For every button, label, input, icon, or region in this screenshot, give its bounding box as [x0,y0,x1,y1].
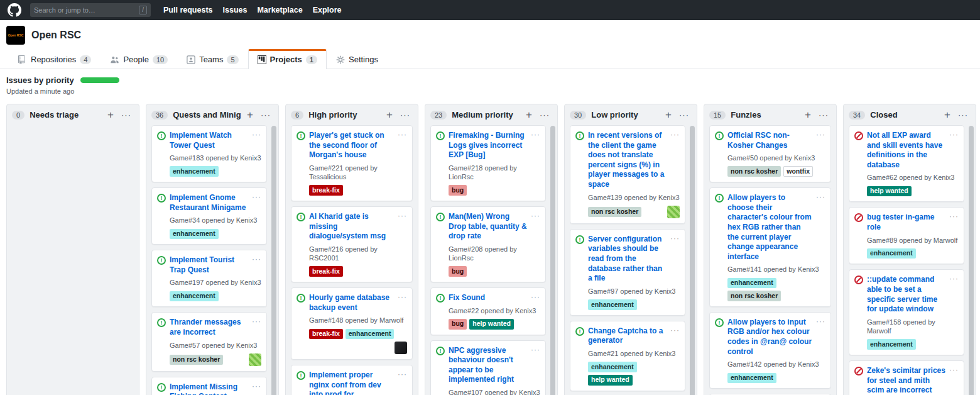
card-menu-button[interactable]: ··· [252,193,261,201]
issue-card[interactable]: Server configuration variables should be… [570,229,685,316]
project-title[interactable]: Issues by priority [6,75,74,85]
card-menu-button[interactable]: ··· [398,370,407,378]
issue-title[interactable]: NPC aggressive behaviour doesn't appear … [449,346,527,385]
card-menu-button[interactable]: ··· [816,131,825,138]
issue-card[interactable]: ::update command able to be set a specif… [849,269,964,355]
add-card-button[interactable]: + [385,109,394,120]
card-menu-button[interactable]: ··· [252,255,261,263]
issue-title[interactable]: Player's get stuck on the second floor o… [309,131,394,160]
issue-title[interactable]: Not all EXP award and skill events have … [867,131,945,170]
column-scrollbar[interactable] [271,126,276,395]
add-card-button[interactable]: + [106,109,115,120]
tab-repositories[interactable]: Repositories 4 [9,49,101,69]
issue-card[interactable]: Al Kharid gate is missing dialogue/syste… [291,206,413,282]
issue-card[interactable]: Player's get stuck on the second floor o… [291,125,413,201]
issue-card[interactable]: Zeke's scimitar prices for steel and mit… [849,360,964,395]
issue-card[interactable]: Implement Tourist Trap Quest ··· Game#19… [151,250,267,307]
issue-card[interactable]: Allow players to input RGB and/or hex co… [709,312,831,389]
column-menu-button[interactable]: ··· [678,111,690,119]
add-card-button[interactable]: + [525,109,533,120]
assignee-avatar[interactable] [395,342,407,354]
issue-title[interactable]: Hourly game database backup event [309,293,394,313]
issue-card[interactable]: Firemaking - Burning Logs gives incorrec… [430,125,546,201]
issue-card[interactable]: Implement Missing Fishing Contest Behavi… [151,377,267,395]
column-menu-button[interactable]: ··· [957,111,969,119]
card-menu-button[interactable]: ··· [398,293,407,301]
tab-teams[interactable]: Teams 5 [177,49,248,69]
column-menu-button[interactable]: ··· [399,111,411,119]
card-menu-button[interactable]: ··· [398,212,407,220]
add-card-button[interactable]: + [803,109,812,120]
issue-title[interactable]: Server configuration variables should be… [588,235,667,284]
card-menu-button[interactable]: ··· [949,275,959,282]
issue-card[interactable]: Implement Gnome Restaurant Minigame ··· … [151,187,267,245]
issue-title[interactable]: Implement Tourist Trap Quest [170,255,248,275]
add-card-button[interactable]: + [246,109,254,120]
issue-title[interactable]: Allow players to choose their character'… [727,193,812,262]
card-menu-button[interactable]: ··· [816,193,825,201]
issue-title[interactable]: Allow players to input RGB and/or hex co… [727,318,812,357]
card-menu-button[interactable]: ··· [531,293,540,301]
issue-title[interactable]: Change Captcha to a generator [588,326,667,346]
issue-card[interactable]: bug tester in-game role ··· Game#89 open… [849,207,964,264]
tab-settings[interactable]: Settings [327,49,388,69]
issue-title[interactable]: Man(Men) Wrong Drop table, quantity & dr… [449,212,527,242]
issue-card[interactable]: Implement Watch Tower Quest ··· Game#183… [151,125,267,182]
issue-card[interactable]: Not all EXP award and skill events have … [849,125,964,202]
tab-projects[interactable]: Projects 1 [248,49,327,69]
issue-card[interactable]: Official RSC non-Kosher Changes ··· Game… [709,125,831,182]
issue-card[interactable]: Allow players to choose their character'… [709,187,831,307]
card-menu-button[interactable]: ··· [949,213,959,220]
card-menu-button[interactable]: ··· [531,131,540,138]
issue-card[interactable]: NPC aggressive behaviour doesn't appear … [430,340,546,395]
github-logo[interactable] [8,3,21,17]
card-menu-button[interactable]: ··· [816,318,825,325]
issue-title[interactable]: Firemaking - Burning Logs gives incorrec… [449,131,527,160]
assignee-avatar[interactable] [249,353,261,366]
issue-title[interactable]: Al Kharid gate is missing dialogue/syste… [309,212,394,242]
issue-title[interactable]: bug tester in-game role [867,213,945,232]
issue-title[interactable]: Implement Watch Tower Quest [170,131,248,150]
nav-explore[interactable]: Explore [313,6,342,14]
nav-marketplace[interactable]: Marketplace [257,6,302,14]
column-scrollbar[interactable] [550,126,555,395]
issue-title[interactable]: Fix Sound [449,293,527,303]
card-menu-button[interactable]: ··· [531,212,540,220]
issue-card[interactable]: Fix Sound ··· Game#22 opened by Kenix3 b… [430,287,546,335]
column-menu-button[interactable]: ··· [120,111,133,119]
card-menu-button[interactable]: ··· [531,346,540,353]
issue-title[interactable]: Official RSC non-Kosher Changes [727,131,812,150]
card-menu-button[interactable]: ··· [949,366,959,374]
assignee-avatar[interactable] [667,206,680,218]
card-menu-button[interactable]: ··· [252,382,261,390]
issue-card[interactable]: Implement proper nginx conf from dev int… [291,365,413,395]
issue-title[interactable]: Thrander messages are incorrect [170,318,248,337]
issue-card[interactable]: In recent versions of the client the gam… [570,125,685,224]
org-name[interactable]: Open RSC [31,30,81,41]
issue-title[interactable]: Implement Gnome Restaurant Minigame [170,193,248,213]
issue-title[interactable]: Implement proper nginx conf from dev int… [309,370,394,395]
issue-card[interactable]: Hourly game database backup event ··· Ga… [291,287,413,360]
issue-title[interactable]: ::update command able to be set a specif… [867,275,945,314]
issue-card[interactable]: Man(Men) Wrong Drop table, quantity & dr… [430,206,546,282]
card-menu-button[interactable]: ··· [398,131,407,138]
column-scrollbar[interactable] [690,126,695,395]
tab-people[interactable]: People 10 [101,49,177,69]
issue-title[interactable]: Implement Missing Fishing Contest Behavi… [170,382,248,395]
column-menu-button[interactable]: ··· [817,111,830,119]
column-scrollbar[interactable] [969,126,974,395]
issue-title[interactable]: Zeke's scimitar prices for steel and mit… [867,366,945,395]
issue-title[interactable]: In recent versions of the client the gam… [588,131,667,190]
card-menu-button[interactable]: ··· [252,131,261,138]
search-input[interactable]: Search or jump to… / [30,3,151,17]
card-menu-button[interactable]: ··· [670,326,680,334]
column-menu-button[interactable]: ··· [259,111,272,119]
issue-card[interactable]: Thrander messages are incorrect ··· Game… [151,312,267,371]
column-menu-button[interactable]: ··· [538,111,551,119]
nav-pull-requests[interactable]: Pull requests [163,6,213,14]
card-menu-button[interactable]: ··· [670,131,680,138]
issue-card[interactable]: Change Captcha to a generator ··· Game#2… [570,321,685,391]
card-menu-button[interactable]: ··· [670,235,680,242]
org-avatar[interactable]: Open RSC [6,26,25,45]
card-menu-button[interactable]: ··· [949,131,959,138]
